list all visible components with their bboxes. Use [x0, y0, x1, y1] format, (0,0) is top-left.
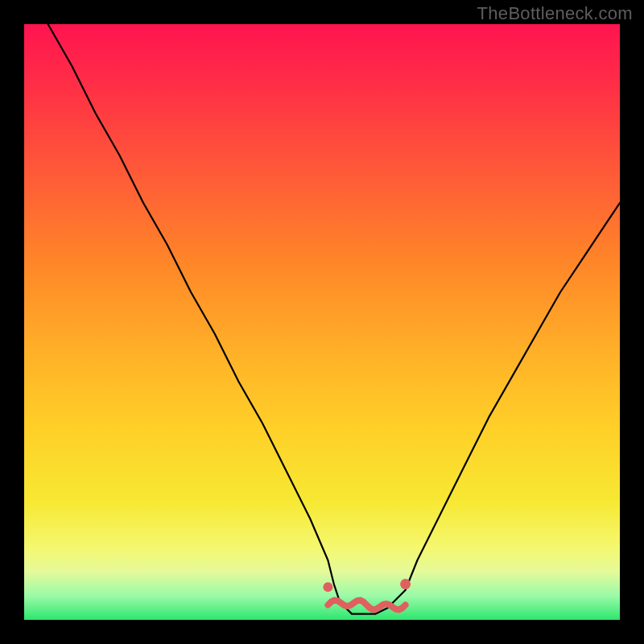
watermark-text: TheBottleneck.com: [477, 3, 633, 24]
chart-svg: [24, 24, 620, 620]
bottleneck-curve-path: [24, 24, 620, 614]
chart-frame: TheBottleneck.com: [0, 0, 644, 644]
optimal-band-start-dot: [323, 582, 332, 592]
plot-area: [24, 24, 620, 620]
optimal-band-end-dot: [400, 579, 411, 589]
